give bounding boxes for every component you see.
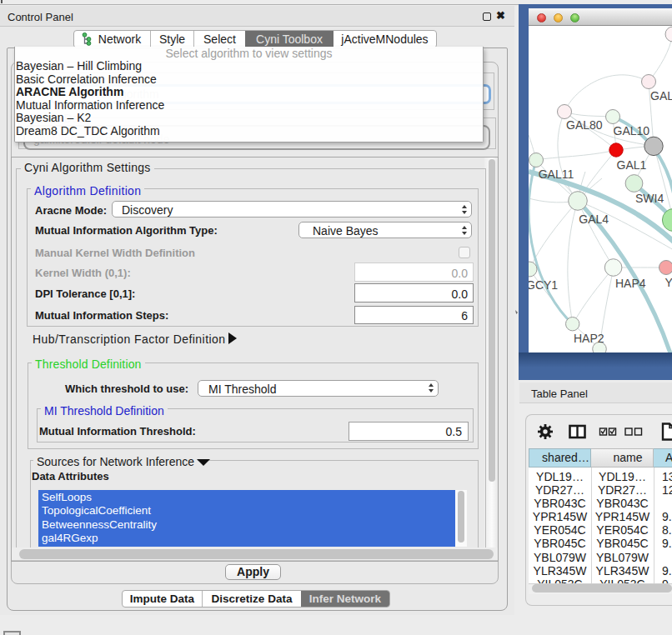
svg-text:SWI4: SWI4	[635, 192, 664, 205]
svg-text:GAL2: GAL2	[650, 89, 672, 102]
svg-text:HAP4: HAP4	[615, 277, 646, 290]
svg-text:GAL10: GAL10	[614, 124, 650, 138]
svg-text:GAL80: GAL80	[566, 118, 603, 132]
svg-text:GAL11: GAL11	[539, 168, 574, 181]
svg-text:GAL1: GAL1	[617, 158, 647, 172]
svg-text:HAP2: HAP2	[574, 332, 604, 345]
svg-text:GAL4: GAL4	[579, 212, 609, 226]
svg-text:GCY1: GCY1	[529, 278, 558, 292]
svg-text:YJ: YJ	[665, 276, 672, 289]
